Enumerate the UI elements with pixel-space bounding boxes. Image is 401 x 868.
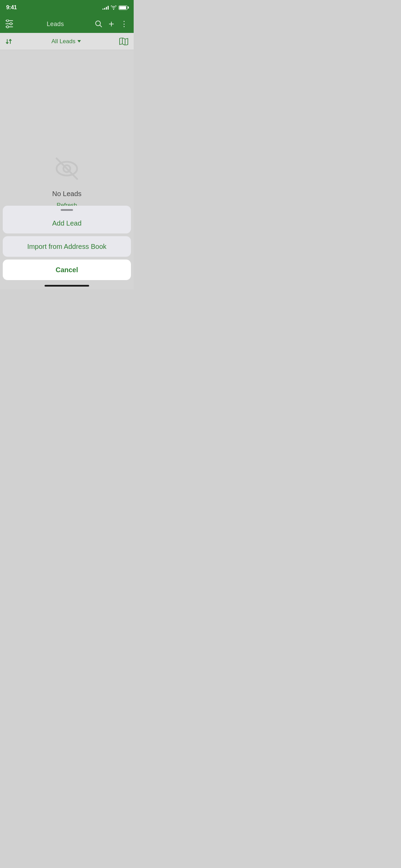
no-leads-text: No Leads <box>52 190 82 198</box>
no-leads-icon <box>50 152 84 186</box>
svg-point-6 <box>96 21 100 26</box>
sort-icon[interactable] <box>5 38 13 45</box>
home-indicator-area <box>0 283 134 289</box>
add-lead-label: Add Lead <box>52 219 82 227</box>
status-bar: 9:41 <box>0 0 134 15</box>
settings-filter-icon[interactable] <box>5 20 16 28</box>
bottom-sheet: Add Lead Import from Address Book Cancel <box>0 206 134 289</box>
more-icon[interactable]: ⋮ <box>120 20 128 28</box>
drag-handle <box>61 209 73 211</box>
add-icon[interactable]: + <box>109 19 114 29</box>
status-time: 9:41 <box>6 4 17 11</box>
svg-point-3 <box>7 20 9 22</box>
map-icon[interactable] <box>119 38 128 45</box>
home-indicator <box>45 285 89 287</box>
cancel-label: Cancel <box>56 266 78 274</box>
dropdown-arrow-icon <box>77 40 81 43</box>
nav-bar: Leads + ⋮ <box>0 15 134 33</box>
nav-left <box>5 20 16 28</box>
svg-point-5 <box>7 26 9 28</box>
signal-icon <box>102 5 109 10</box>
status-icons <box>102 5 127 10</box>
filter-bar: All Leads <box>0 33 134 50</box>
wifi-icon <box>111 5 117 10</box>
svg-marker-10 <box>77 40 81 43</box>
import-address-book-button[interactable]: Import from Address Book <box>3 236 131 257</box>
svg-point-4 <box>10 23 12 25</box>
page-title: Leads <box>16 21 95 28</box>
svg-marker-11 <box>120 38 128 45</box>
empty-state: No Leads Refresh <box>50 152 84 209</box>
add-lead-button[interactable]: Add Lead <box>3 213 131 233</box>
filter-label: All Leads <box>51 38 75 45</box>
battery-icon <box>119 5 127 10</box>
cancel-button[interactable]: Cancel <box>3 260 131 280</box>
nav-right: + ⋮ <box>95 19 128 29</box>
svg-line-7 <box>100 25 102 27</box>
page: 9:41 <box>0 0 134 289</box>
add-lead-container: Add Lead <box>3 206 131 233</box>
filter-title[interactable]: All Leads <box>51 38 81 45</box>
search-icon[interactable] <box>95 20 102 28</box>
import-label: Import from Address Book <box>27 243 106 251</box>
